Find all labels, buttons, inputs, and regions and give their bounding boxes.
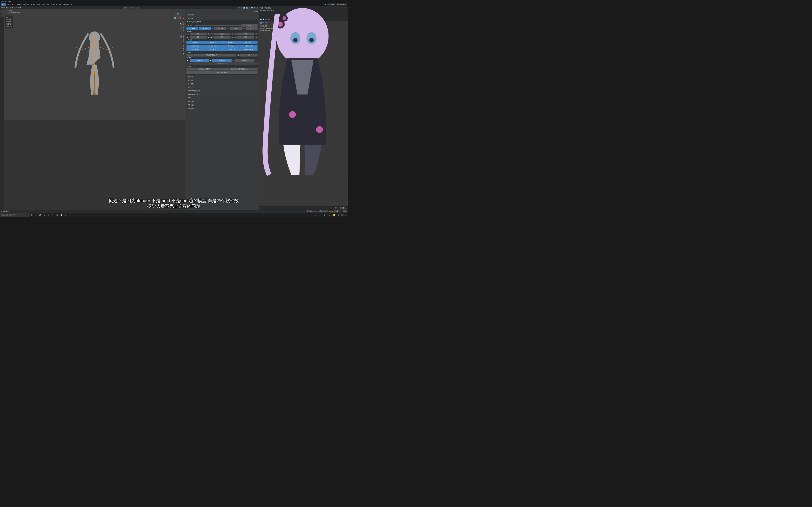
- nav-gizmo[interactable]: Z Y X: [173, 12, 182, 20]
- section-display[interactable]: 显示面板: [186, 82, 258, 85]
- solid-icon[interactable]: ⬤: [251, 7, 253, 9]
- convert-button[interactable]: 转换给Blender: [186, 62, 257, 65]
- tab-tex[interactable]: 纹理绘制: [23, 3, 30, 5]
- explorer-icon[interactable]: 📁: [38, 213, 42, 217]
- copy-icon[interactable]: 📋: [237, 54, 240, 56]
- tab-geo[interactable]: 几何节点: [51, 3, 57, 5]
- pivot-icon[interactable]: ⊙: [130, 7, 132, 9]
- del5-icon[interactable]: 🗑: [231, 37, 234, 38]
- tab-add[interactable]: +: [71, 3, 72, 5]
- tab-shading[interactable]: 着色器: [31, 3, 36, 5]
- pick-icon[interactable]: ↖: [255, 60, 257, 61]
- ik-10[interactable]: つま先ＩＫ_L: [222, 48, 240, 51]
- xray-icon[interactable]: ◐: [246, 7, 248, 9]
- ik-9[interactable]: 足ＩＫ_R: [204, 48, 222, 51]
- tray-up-icon[interactable]: ^: [309, 213, 313, 217]
- tab-sculpt[interactable]: 雕刻: [12, 3, 15, 5]
- viewlayer-selector[interactable]: 🗂 ViewLayer: [336, 3, 347, 5]
- phys-button[interactable]: 物理: [214, 36, 231, 39]
- options-dropdown[interactable]: 选项 ▾: [254, 10, 258, 12]
- hdr-select[interactable]: 选择: [10, 7, 13, 9]
- rigid-icon[interactable]: ▨: [227, 28, 230, 30]
- tray-steam-icon[interactable]: ◉: [323, 213, 327, 217]
- section-scene[interactable]: 场景设置: [186, 13, 258, 16]
- attr-icon[interactable]: ≡: [234, 37, 237, 38]
- blender-icon[interactable]: ◆: [64, 213, 68, 217]
- gizmo-toggle-icon[interactable]: ⬚: [240, 7, 243, 9]
- obs-icon[interactable]: ⬤: [59, 213, 63, 217]
- tab-bakelab[interactable]: BakeLab: [182, 26, 185, 34]
- edge-button[interactable]: 边缘预览: [235, 59, 254, 62]
- wire-icon[interactable]: ⬡: [248, 7, 250, 9]
- tab-script[interactable]: 脚本: [59, 3, 62, 5]
- del6-icon[interactable]: 🗑: [255, 37, 257, 38]
- ik-5[interactable]: ⚠ キューブIK: [204, 45, 222, 48]
- tray-lang[interactable]: ENG: [341, 214, 344, 216]
- sphere-icon[interactable]: ◉: [209, 60, 212, 61]
- matprev-icon[interactable]: ◉: [254, 7, 256, 9]
- del3-icon[interactable]: 🗑: [255, 33, 257, 35]
- joint-icon[interactable]: ⋇: [243, 28, 245, 30]
- rendered-icon[interactable]: ◎: [256, 7, 258, 9]
- outliner[interactable]: 物体作为摄像机 (0) 体积 | Black_arm: [259, 6, 348, 18]
- phys-icon[interactable]: ⬤: [210, 37, 213, 38]
- tab-modeling[interactable]: 建模: [7, 3, 11, 5]
- ik-8[interactable]: 足ＩＫ_L: [186, 48, 204, 51]
- section-modelset[interactable]: 模型设定: [186, 17, 258, 20]
- vp2-sel-icon[interactable]: ▭: [260, 21, 262, 24]
- app2-icon[interactable]: ◼: [47, 213, 51, 217]
- section-meshcat[interactable]: 网格分类: [186, 103, 258, 106]
- section-rigid[interactable]: 刚体: [186, 86, 258, 89]
- toon-button[interactable]: 卡通纹理: [190, 59, 209, 62]
- bone-icon[interactable]: 🦴: [234, 33, 237, 35]
- section-uuunyaa-phys[interactable]: UuuNyaa物理计算: [186, 89, 258, 92]
- tab-m3[interactable]: M3: [182, 52, 185, 56]
- rig-toggle[interactable]: 🦴 骨架: [199, 27, 211, 30]
- tray1-icon[interactable]: ●: [313, 213, 317, 217]
- tab-uv[interactable]: UV编辑: [17, 3, 22, 5]
- section-uuunyaa-op[interactable]: UuuNyaa操作项: [186, 93, 258, 96]
- ik-4[interactable]: ひじWIK_R: [186, 45, 204, 48]
- mesh-toggle[interactable]: ▽ 网格: [186, 27, 198, 30]
- del4-icon[interactable]: 🗑: [207, 37, 210, 38]
- all-icon[interactable]: ⊕: [186, 33, 189, 35]
- taskbar-search[interactable]: 里输入你要搜索的内容: [0, 213, 30, 217]
- coord-system[interactable]: 全局: [123, 7, 128, 9]
- section-joint[interactable]: 关节: [186, 96, 258, 99]
- vis-icon[interactable]: 👁: [238, 7, 240, 9]
- tray-wifi-icon[interactable]: 📶: [332, 213, 336, 217]
- select-tool-icon[interactable]: ▭: [0, 10, 4, 13]
- merge-button[interactable]: 合并: [240, 54, 257, 57]
- tab-render[interactable]: 渲染: [42, 3, 45, 5]
- tab-video[interactable]: 视频编辑: [63, 3, 69, 5]
- ik-11[interactable]: つま先ＩＫ_R: [240, 48, 257, 51]
- toon-icon[interactable]: ◐: [186, 60, 189, 61]
- outliner-item[interactable]: (0) 体积 | Black_arm: [260, 9, 347, 11]
- all-button[interactable]: 全部: [190, 33, 207, 36]
- tab-outline[interactable]: Outline Helper: [182, 34, 185, 44]
- logi-icon[interactable]: G: [51, 213, 55, 217]
- vp2-editor-icon[interactable]: 🧊: [260, 19, 262, 20]
- change-ik-button[interactable]: 更改MMD IK循环因数(Factor): [222, 68, 258, 71]
- tab-item[interactable]: 条目: [182, 16, 185, 18]
- tab-mmd[interactable]: MMD: [182, 21, 185, 26]
- tab-layout[interactable]: 界面: [1, 3, 6, 6]
- main-viewport[interactable]: ▭ ⊕ 透视 体积 | Black_arm 1 / 5 26,034 75,49…: [0, 9, 259, 210]
- reset-button[interactable]: 重置: [241, 24, 257, 27]
- section-deform[interactable]: 变形工具: [186, 75, 258, 78]
- hdr-object[interactable]: 物体: [18, 7, 21, 9]
- ik-2[interactable]: 腕WIK_R: [222, 41, 240, 44]
- menu-render[interactable]: 渲染: [1, 0, 4, 2]
- tab-city[interactable]: City Road: [182, 44, 185, 52]
- vp2-move-icon[interactable]: ✥: [265, 21, 268, 24]
- vp2-mode[interactable]: 🧊 物体模式: [263, 19, 270, 21]
- tab-anim[interactable]: 动画: [37, 3, 40, 5]
- menu-window[interactable]: 窗口: [5, 0, 8, 2]
- morph-button[interactable]: 变形: [190, 36, 207, 39]
- task-view-icon[interactable]: ▤: [30, 213, 34, 217]
- menu-help[interactable]: 帮助: [8, 0, 11, 2]
- ik-7[interactable]: 手WIK_R: [240, 45, 257, 48]
- del2-icon[interactable]: 🗑: [231, 33, 234, 35]
- edge-icon[interactable]: ○: [232, 60, 235, 61]
- prop-volume[interactable]: 体积 ▾: [335, 207, 339, 209]
